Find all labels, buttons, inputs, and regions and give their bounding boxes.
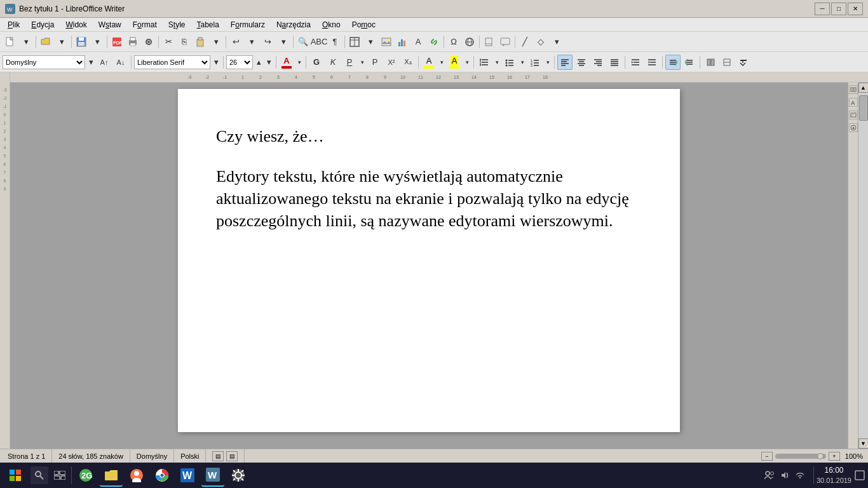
paragraph-style-dropdown[interactable]: ▾ <box>86 55 95 70</box>
zoom-handle[interactable] <box>817 453 824 459</box>
underline-button[interactable]: P <box>342 55 357 70</box>
increase-indent-button[interactable] <box>628 55 643 70</box>
undo-dropdown[interactable]: ▾ <box>244 34 259 50</box>
view-mode-1-button[interactable]: ▤ <box>212 451 224 461</box>
insert-web-button[interactable] <box>462 34 477 50</box>
menu-style[interactable]: Style <box>163 19 191 30</box>
menu-formularz[interactable]: Formularz <box>226 19 270 30</box>
cut-button[interactable]: ✂ <box>161 34 176 50</box>
insert-image-button[interactable] <box>379 34 394 50</box>
open-dropdown[interactable]: ▾ <box>54 34 69 50</box>
align-center-button[interactable] <box>574 55 589 70</box>
new-button[interactable] <box>3 34 18 50</box>
system-clock[interactable]: 16:00 30.01.2019 <box>817 466 851 485</box>
taskbar-libreoffice[interactable]: W <box>201 464 224 487</box>
insert-table-dropdown[interactable]: ▾ <box>363 34 378 50</box>
copy-button[interactable]: ⎘ <box>177 34 192 50</box>
menu-widok[interactable]: Widok <box>60 19 92 30</box>
paragraph-spacing-3[interactable] <box>736 55 751 70</box>
insert-link-button[interactable] <box>426 34 442 50</box>
paragraph-spacing-2[interactable] <box>719 55 735 70</box>
decrease-font-size-button[interactable]: A↓ <box>113 55 128 70</box>
notification-button[interactable] <box>854 470 865 481</box>
align-left-button[interactable] <box>557 55 573 70</box>
footnote-button[interactable] <box>482 34 497 50</box>
zoom-out-button[interactable]: − <box>761 452 773 461</box>
menu-format[interactable]: Format <box>128 19 162 30</box>
list-ordered-dropdown[interactable]: ▾ <box>544 55 552 70</box>
find-button[interactable]: 🔍 <box>295 34 311 50</box>
font-color-button[interactable]: A <box>279 55 294 70</box>
text-highlight-dropdown[interactable]: ▾ <box>463 55 471 70</box>
paste-button[interactable] <box>193 34 208 50</box>
scroll-thumb[interactable] <box>859 95 868 121</box>
font-name-dropdown[interactable]: ▾ <box>212 55 220 70</box>
paragraph-style-select[interactable]: Domyślny <box>3 55 85 69</box>
highlight-dropdown[interactable]: ▾ <box>438 55 445 70</box>
taskbar-word[interactable]: W <box>176 464 199 487</box>
bold-button[interactable]: G <box>309 55 324 70</box>
paste-dropdown[interactable]: ▾ <box>208 34 224 50</box>
menu-tabela[interactable]: Tabela <box>191 19 224 30</box>
underline-dropdown[interactable]: ▾ <box>358 55 366 70</box>
save-dropdown[interactable]: ▾ <box>90 34 105 50</box>
navigator-sidebar-icon[interactable] <box>849 123 858 132</box>
print-preview-button[interactable] <box>141 34 156 50</box>
list-unordered-dropdown[interactable]: ▾ <box>519 55 526 70</box>
italic-button[interactable]: K <box>325 55 341 70</box>
vertical-scrollbar[interactable]: ▲ ▼ <box>858 83 868 449</box>
special-char-button[interactable]: Ω <box>446 34 461 50</box>
document-body[interactable]: Edytory tekstu, które nie wyświetlają au… <box>216 165 642 232</box>
comment-button[interactable] <box>498 34 513 50</box>
taskbar-app-3[interactable] <box>125 464 148 487</box>
taskbar-settings[interactable] <box>227 464 250 487</box>
document-page[interactable]: Czy wiesz, że… Edytory tekstu, które nie… <box>178 89 680 432</box>
list-ordered-button[interactable]: 1.2.3. <box>527 55 543 70</box>
increase-font-size-button[interactable]: A↑ <box>97 55 112 70</box>
subscript-button[interactable]: X₂ <box>400 55 416 70</box>
superscript-button[interactable]: X² <box>384 55 399 70</box>
line-spacing-dropdown[interactable]: ▾ <box>493 55 501 70</box>
view-mode-2-button[interactable]: ▤ <box>226 451 238 461</box>
tray-volume-icon[interactable] <box>779 470 790 481</box>
print-button[interactable] <box>125 34 140 50</box>
shapes-dropdown[interactable]: ▾ <box>549 34 564 50</box>
menu-pomoc[interactable]: Pomoc <box>347 19 381 30</box>
line-tool-button[interactable]: ╱ <box>517 34 532 50</box>
font-size-select[interactable]: 26 <box>226 55 253 69</box>
export-pdf-button[interactable]: PDF <box>109 34 125 50</box>
align-justify-button[interactable] <box>607 55 622 70</box>
redo-dropdown[interactable]: ▾ <box>276 34 291 50</box>
new-dropdown[interactable]: ▾ <box>18 34 34 50</box>
text-highlight-button[interactable]: A <box>447 55 462 70</box>
rtl-button[interactable] <box>682 55 697 70</box>
save-button[interactable] <box>74 34 89 50</box>
menu-okno[interactable]: Okno <box>317 19 346 30</box>
tray-users-icon[interactable] <box>764 470 775 481</box>
stroke-button[interactable]: P <box>367 55 383 70</box>
redo-button[interactable]: ↪ <box>260 34 275 50</box>
taskbar-explorer[interactable] <box>100 464 123 487</box>
properties-sidebar-icon[interactable] <box>849 85 858 94</box>
close-button[interactable]: ✕ <box>848 3 863 15</box>
font-name-select[interactable]: Liberation Serif <box>134 55 210 69</box>
spellcheck-button[interactable]: ABC <box>311 34 327 50</box>
gallery-sidebar-icon[interactable] <box>849 111 858 119</box>
insert-chart-button[interactable] <box>395 34 410 50</box>
scroll-up-button[interactable]: ▲ <box>858 83 869 93</box>
ltr-button[interactable] <box>665 55 681 70</box>
taskbar-chrome[interactable] <box>151 464 173 487</box>
menu-edycja[interactable]: Edycja <box>26 19 59 30</box>
line-spacing-button[interactable] <box>477 55 492 70</box>
open-button[interactable] <box>38 34 53 50</box>
font-size-inc[interactable]: ▴ <box>254 55 263 70</box>
styles-sidebar-icon[interactable]: A <box>849 98 858 107</box>
list-unordered-button[interactable] <box>502 55 517 70</box>
insert-table-button[interactable] <box>347 34 362 50</box>
search-button[interactable] <box>31 466 48 484</box>
menu-wstaw[interactable]: Wstaw <box>93 19 126 30</box>
menu-plik[interactable]: Plik <box>3 19 25 30</box>
zoom-slider[interactable] <box>775 454 826 459</box>
font-size-dec[interactable]: ▾ <box>264 55 273 70</box>
scroll-down-button[interactable]: ▼ <box>858 438 869 449</box>
